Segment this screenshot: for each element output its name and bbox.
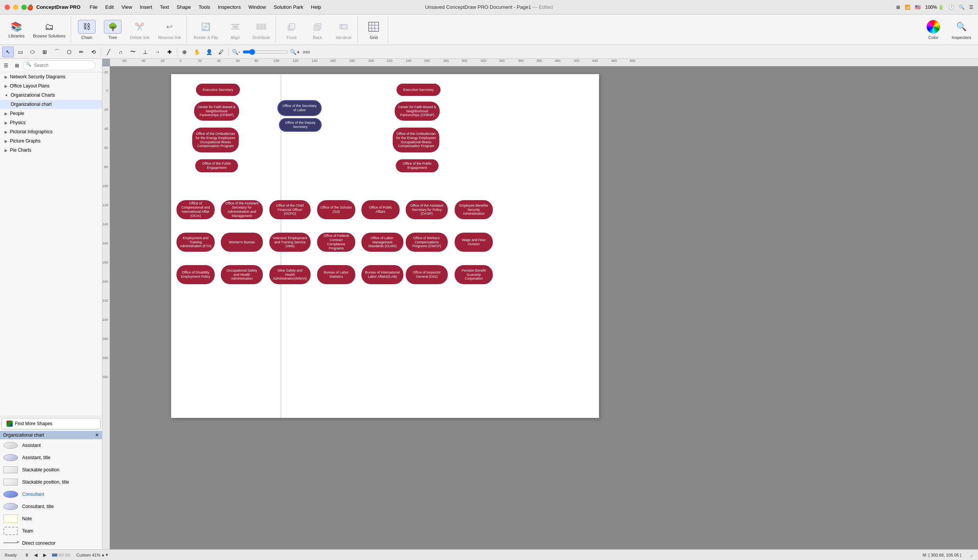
freehand-tool[interactable]: ✏ <box>76 47 87 57</box>
node-ocia[interactable]: Office of Congressional and Internationa… <box>177 200 215 219</box>
table-tool[interactable]: ⊞ <box>39 47 50 57</box>
bezier-tool[interactable]: 〜 <box>127 47 139 57</box>
zoom-in-btn[interactable]: 🔍+ <box>289 47 301 57</box>
menu-tools[interactable]: Tools <box>196 3 213 11</box>
shape-item-note[interactable]: Note <box>0 513 102 525</box>
sidebar-item-network-security[interactable]: ▶ Network Security Diagrams <box>0 72 102 82</box>
rotate-flip-button[interactable]: 🔄 Rotate & Flip <box>190 18 222 42</box>
ellipse-tool[interactable]: ⬭ <box>27 47 38 57</box>
node-owcp[interactable]: Office of Workers' Compensations Program… <box>406 233 448 252</box>
node-sol[interactable]: Office of the Solicitor (Sol) <box>317 200 355 219</box>
sidebar-item-physics[interactable]: ▶ Physics <box>0 118 102 127</box>
zoom-fit-tool[interactable]: ⊕ <box>179 47 190 57</box>
sidebar-list-view[interactable]: ☰ <box>2 61 11 70</box>
find-more-shapes-button[interactable]: Find More Shapes <box>2 418 100 429</box>
menu-inspectors[interactable]: Inspectors <box>215 3 244 11</box>
search-input[interactable] <box>23 60 95 70</box>
arc-tool[interactable]: ∩ <box>115 47 127 57</box>
node-secretary[interactable]: Office of the Secretary of Labor <box>277 100 322 116</box>
person-tool[interactable]: 👤 <box>203 47 215 57</box>
select-tool[interactable]: ↖ <box>2 47 14 57</box>
connector-tool[interactable]: ⊥ <box>140 47 151 57</box>
prev-page-button[interactable]: ◀ <box>32 551 40 559</box>
node-osha[interactable]: Occupational Safety and Health Administr… <box>221 265 263 284</box>
close-button[interactable] <box>5 5 10 10</box>
shape-item-team[interactable]: Team <box>0 525 102 537</box>
close-library-icon[interactable]: ✕ <box>95 432 99 438</box>
pen-tool[interactable]: 🖊 <box>215 47 227 57</box>
node-msha[interactable]: Mine Safety and Health Administration(MS… <box>269 265 311 284</box>
sidebar-item-pie-charts[interactable]: ▶ Pie Charts <box>0 145 102 155</box>
page-dot-2[interactable] <box>58 553 64 557</box>
shape-item-consultant-title[interactable]: Consultant, title <box>0 500 102 513</box>
node-public-engagement-left[interactable]: Office of the Public Engagement <box>195 159 238 172</box>
shape-item-assistant[interactable]: Assistant <box>0 439 102 452</box>
node-pbgc[interactable]: Pension Benefit Guaranty Corporation <box>455 265 493 284</box>
menu-shape[interactable]: Shape <box>173 3 194 11</box>
minimize-button[interactable] <box>13 5 18 10</box>
cross-tool[interactable]: ✚ <box>164 47 175 57</box>
identical-button[interactable]: Identical <box>331 18 356 42</box>
next-page-button[interactable]: ▶ <box>41 551 49 559</box>
node-bls[interactable]: Bureau of Labor Statistics <box>317 265 355 284</box>
inspectors-button[interactable]: 🔍 Inspectors <box>948 18 975 42</box>
sidebar-item-office-layout[interactable]: ▶ Office Layout Plans <box>0 82 102 90</box>
sidebar-item-people[interactable]: ▶ People <box>0 109 102 118</box>
zoom-dropdown-arrow[interactable]: ▲▼ <box>101 553 109 557</box>
transform-tool[interactable]: ⟲ <box>88 47 99 57</box>
canvas-page[interactable]: Executive Secretary Center for Faith-Bas… <box>171 74 599 418</box>
grid-button[interactable]: Grid <box>361 18 386 42</box>
menu-window[interactable]: Window <box>245 3 269 11</box>
canvas-area[interactable]: -60 -40 -20 0 20 40 60 80 100 120 140 16… <box>102 59 978 549</box>
node-deputy-secretary[interactable]: Office of the Deputy Secretary <box>279 118 322 132</box>
menu-icon[interactable]: ☰ <box>969 5 973 10</box>
sidebar-item-pictorial-infographics[interactable]: ▶ Pictorial Infographics <box>0 127 102 137</box>
node-vets[interactable]: Veterans' Employment and Training Servic… <box>269 233 311 252</box>
front-button[interactable]: Front <box>279 18 304 42</box>
node-wage-hour[interactable]: Wage and Hour Division <box>455 233 493 252</box>
shape-item-assistant-title[interactable]: Assistant, title <box>0 452 102 464</box>
libraries-button[interactable]: 📚 Libraries <box>5 18 28 42</box>
menu-text[interactable]: Text <box>157 3 172 11</box>
curve-tool[interactable]: ⌒ <box>51 47 63 57</box>
node-public-affairs[interactable]: Office of Public Affairs <box>362 200 400 219</box>
polygon-tool[interactable]: ⬡ <box>63 47 75 57</box>
node-olms[interactable]: Office of Labor-Management Standards (OL… <box>362 233 403 252</box>
menu-insert[interactable]: Insert <box>137 3 155 11</box>
page-dot-1[interactable] <box>52 553 57 557</box>
menu-file[interactable]: File <box>87 3 101 11</box>
node-eta[interactable]: Employment and Training Administration (… <box>177 233 215 252</box>
rect-tool[interactable]: ▭ <box>15 47 26 57</box>
node-cfbnp-right[interactable]: Center for Faith-Based & Neighborhood Pa… <box>395 102 440 121</box>
pan-tool[interactable]: ✋ <box>191 47 202 57</box>
chain-button[interactable]: ⛓ Chain <box>74 18 99 42</box>
shape-item-stackable-position-title[interactable]: Stackable position, title <box>0 476 102 488</box>
menu-help[interactable]: Help <box>308 3 324 11</box>
shape-item-consultant[interactable]: Consultant <box>0 488 102 500</box>
sidebar-grid-view[interactable]: ⊞ <box>12 61 22 70</box>
node-asst-admin-mgmt[interactable]: Office of the Assistant Secretary for Ad… <box>221 200 263 219</box>
menu-edit[interactable]: Edit <box>102 3 117 11</box>
page-dot-3[interactable] <box>65 553 70 557</box>
menu-view[interactable]: View <box>118 3 135 11</box>
arrow-tool[interactable]: → <box>152 47 163 57</box>
node-oig[interactable]: Office of Inspector General (OIG) <box>406 265 448 284</box>
zoom-out-btn[interactable]: 🔍- <box>230 47 242 57</box>
node-ebsa[interactable]: Employee Benefits Security Administratio… <box>455 200 493 219</box>
node-ocfo[interactable]: Office of the Chief Financial Officer (O… <box>269 200 311 219</box>
canvas-viewport[interactable]: Executive Secretary Center for Faith-Bas… <box>110 67 978 549</box>
resize-handle[interactable] <box>967 552 973 558</box>
zoom-slider[interactable] <box>243 49 288 55</box>
node-ombudsman-left[interactable]: Office of the Ombudsman for the Energy E… <box>192 128 239 152</box>
delete-link-button[interactable]: ✂️ Delete link <box>126 18 153 42</box>
reverse-link-button[interactable]: ↩ Reverse link <box>154 18 185 42</box>
node-exec-sec-right[interactable]: Executive Secretary <box>397 84 440 96</box>
sidebar-item-org-charts[interactable]: ▼ Organizational Charts <box>0 90 102 100</box>
shape-item-stackable-position[interactable]: Stackable position <box>0 464 102 476</box>
line-tool[interactable]: ╱ <box>103 47 114 57</box>
node-odep[interactable]: Office of Disability Employment Policy <box>177 265 215 284</box>
node-oasp[interactable]: Office of the Assistant Secretary for Po… <box>406 200 448 219</box>
pause-button[interactable]: ⏸ <box>23 551 30 559</box>
sidebar-item-picture-graphs[interactable]: ▶ Picture Graphs <box>0 137 102 145</box>
node-public-engagement-right[interactable]: Office of the Public Engagement <box>396 159 438 172</box>
